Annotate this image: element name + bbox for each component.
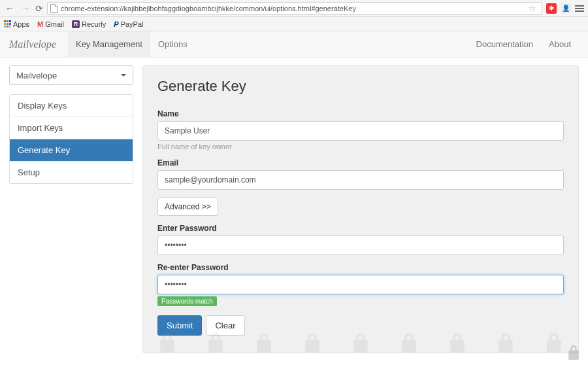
clear-button[interactable]: Clear <box>206 315 244 336</box>
keyring-dropdown[interactable]: Mailvelope <box>9 65 133 85</box>
password-confirm-label: Re-enter Password <box>157 263 564 272</box>
button-row: Submit Clear <box>157 315 564 336</box>
main-panel: Generate Key Name Full name of key owner… <box>142 65 579 353</box>
app-navbar: Mailvelope Key Management Options Docume… <box>0 31 588 58</box>
nav-options[interactable]: Options <box>150 31 195 58</box>
bookmark-apps[interactable]: Apps <box>4 20 29 28</box>
bookmark-paypal[interactable]: P PayPal <box>114 20 143 28</box>
email-label: Email <box>157 158 564 167</box>
extension-icon[interactable]: ✱ <box>546 3 557 14</box>
nav-key-management[interactable]: Key Management <box>68 31 150 58</box>
bookmark-recurly[interactable]: R Recurly <box>72 20 106 28</box>
sidebar-item-import-keys[interactable]: Import Keys <box>10 117 133 139</box>
sidebar-item-setup[interactable]: Setup <box>10 162 133 183</box>
sidebar-list: Display Keys Import Keys Generate Key Se… <box>9 94 133 184</box>
gmail-icon: M <box>37 20 43 28</box>
bookmark-star-icon[interactable]: ☆ <box>529 3 536 13</box>
url-text: chrome-extension://kajibbejlbohfaggdiogb… <box>61 5 356 12</box>
bookmark-bar: Apps M Gmail R Recurly P PayPal <box>0 17 588 31</box>
content-area: Mailvelope Display Keys Import Keys Gene… <box>0 58 588 353</box>
forward-button[interactable]: → <box>20 3 31 14</box>
advanced-button[interactable]: Advanced >> <box>157 198 218 216</box>
email-input[interactable] <box>157 170 564 190</box>
user-icon[interactable]: 👤 <box>561 3 571 14</box>
form-group-password: Enter Password <box>157 224 564 255</box>
browser-toolbar: ← → ⟳ chrome-extension://kajibbejlbohfag… <box>0 0 588 17</box>
menu-icon[interactable] <box>575 5 584 12</box>
nav-documentation[interactable]: Documentation <box>468 31 541 58</box>
nav-about[interactable]: About <box>541 31 579 58</box>
name-label: Name <box>157 109 564 118</box>
apps-icon <box>4 20 11 27</box>
brand-logo[interactable]: Mailvelope <box>9 39 56 50</box>
sidebar-item-display-keys[interactable]: Display Keys <box>10 95 133 117</box>
submit-button[interactable]: Submit <box>157 315 202 336</box>
name-help-text: Full name of key owner <box>157 143 564 150</box>
form-group-email: Email <box>157 158 564 190</box>
chevron-down-icon <box>121 74 126 77</box>
name-input[interactable] <box>157 121 564 141</box>
corner-lock-icon <box>567 345 580 353</box>
address-bar[interactable]: chrome-extension://kajibbejlbohfaggdiogb… <box>47 2 542 15</box>
password-input[interactable] <box>157 236 564 255</box>
reload-button[interactable]: ⟳ <box>35 3 43 14</box>
password-confirm-input[interactable] <box>157 275 564 294</box>
page-icon <box>50 4 58 13</box>
form-group-name: Name Full name of key owner <box>157 109 564 150</box>
sidebar-item-generate-key[interactable]: Generate Key <box>10 139 133 162</box>
page-title: Generate Key <box>157 78 564 95</box>
form-group-password-confirm: Re-enter Password Passwords match <box>157 263 564 306</box>
back-button[interactable]: ← <box>4 3 16 14</box>
dropdown-label: Mailvelope <box>16 71 57 80</box>
sidebar: Mailvelope Display Keys Import Keys Gene… <box>9 65 133 353</box>
paypal-icon: P <box>114 20 118 28</box>
password-label: Enter Password <box>157 224 564 233</box>
recurly-icon: R <box>72 20 80 28</box>
passwords-match-badge: Passwords match <box>157 296 217 306</box>
bookmark-gmail[interactable]: M Gmail <box>37 20 64 28</box>
